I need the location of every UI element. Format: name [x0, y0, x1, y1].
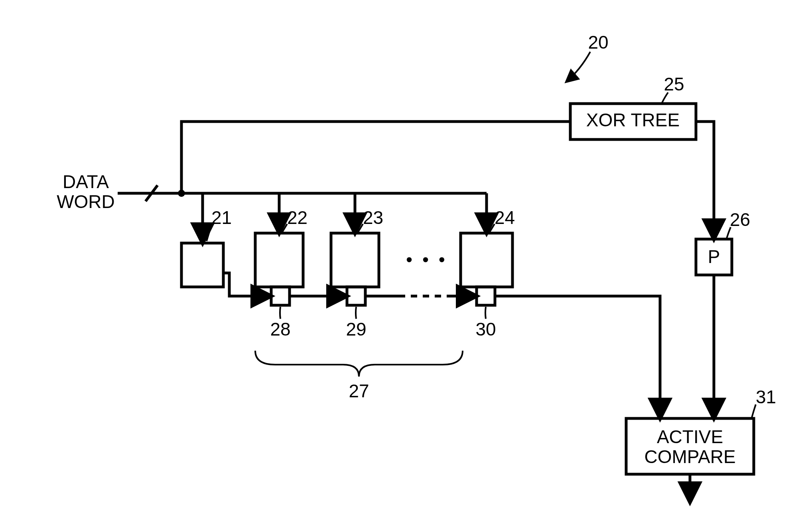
- p-ref-pointer: [727, 227, 731, 238]
- reg0-ref-pointer: [207, 225, 211, 241]
- xor-box-n: [477, 287, 495, 305]
- xb1-ref-pointer: [280, 307, 280, 319]
- system-ref-pointer: [566, 52, 590, 82]
- compare-ref-label: 31: [756, 387, 776, 407]
- register-0: [181, 243, 223, 287]
- wire-to-xor-tree: [181, 122, 570, 193]
- xb2-ref-label: 29: [346, 319, 366, 340]
- register-ellipsis: • • •: [406, 249, 447, 270]
- wire-chain-to-compare: [590, 296, 660, 418]
- xor-box-1: [271, 287, 290, 305]
- register-1: [255, 233, 303, 287]
- xor-tree-label: XOR TREE: [586, 110, 680, 130]
- regN-ref-pointer: [490, 224, 495, 232]
- compare-line2: COMPARE: [644, 446, 735, 467]
- xbN-ref-pointer: [485, 307, 486, 319]
- brace-ref-label: 27: [349, 381, 369, 401]
- regN-ref-label: 24: [495, 207, 515, 228]
- p-label: P: [708, 246, 720, 267]
- chain-wire-0: [223, 273, 271, 296]
- reg2-ref-pointer: [358, 224, 363, 232]
- compare-ref-pointer: [752, 404, 756, 418]
- brace-27: [255, 351, 463, 377]
- data-word-line1: DATA: [63, 171, 109, 192]
- xbN-ref-label: 30: [475, 319, 496, 340]
- reg1-ref-label: 22: [287, 207, 307, 228]
- xb1-ref-label: 28: [270, 319, 290, 340]
- data-word-line2: WORD: [57, 191, 115, 212]
- p-ref-label: 26: [730, 209, 750, 230]
- wire-xor-to-p: [696, 122, 714, 239]
- reg2-ref-label: 23: [363, 207, 383, 228]
- reg0-ref-label: 21: [211, 207, 232, 228]
- system-ref-label: 20: [588, 32, 608, 53]
- xb2-ref-pointer: [356, 307, 356, 319]
- xor-tree-ref-label: 25: [664, 74, 684, 94]
- xor-box-2: [347, 287, 365, 305]
- compare-line1: ACTIVE: [657, 426, 723, 447]
- register-2: [331, 233, 379, 287]
- reg1-ref-pointer: [282, 224, 287, 232]
- register-n: [461, 233, 512, 287]
